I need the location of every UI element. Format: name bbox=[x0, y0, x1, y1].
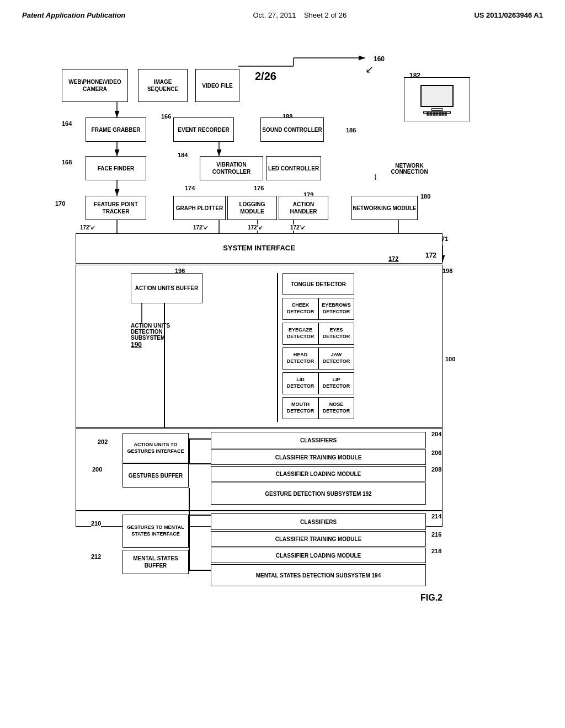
box-system-interface: SYSTEM INTERFACE 172 bbox=[76, 233, 443, 264]
label-100: 100 bbox=[445, 356, 455, 362]
box-web-phone-video: WEB\PHONE\VIDEO CAMERA bbox=[62, 69, 128, 102]
box-gesture-detection: GESTURE DETECTION SUBSYSTEM 192 bbox=[211, 483, 426, 505]
box-mental-states-detection: MENTAL STATES DETECTION SUBSYSTEM 194 bbox=[211, 564, 426, 586]
label-200: 200 bbox=[92, 466, 102, 473]
label-166: 166 bbox=[161, 113, 171, 120]
label-206: 206 bbox=[431, 449, 441, 456]
box-classifiers-top: CLASSIFIERS bbox=[211, 432, 426, 448]
connector-left-vertical bbox=[164, 303, 165, 427]
label-174: 174 bbox=[185, 185, 195, 191]
label-168: 168 bbox=[62, 159, 72, 165]
box-cheek-detector: CHEEK DETECTOR bbox=[282, 298, 318, 320]
label-172c: 172'↙ bbox=[248, 224, 263, 231]
label-186: 186 bbox=[346, 127, 356, 133]
box-vibration-controller: VIBRATION CONTROLLER bbox=[200, 156, 263, 180]
label-218: 218 bbox=[431, 548, 441, 554]
label-214: 214 bbox=[431, 513, 441, 520]
box-event-recorder: EVENT RECORDER bbox=[173, 117, 234, 142]
fig-label: FIG.2 bbox=[420, 593, 443, 603]
label-216: 216 bbox=[431, 531, 441, 538]
label-170: 170 bbox=[55, 200, 65, 207]
box-eyebrows-detector: EYEBROWS DETECTOR bbox=[318, 298, 354, 320]
header-date-sheet: Oct. 27, 2011 Sheet 2 of 26 bbox=[253, 11, 347, 19]
box-video-file: VIDEO FILE bbox=[195, 69, 239, 102]
box-head-detector: HEAD DETECTOR bbox=[282, 347, 318, 370]
label-164: 164 bbox=[62, 120, 72, 127]
connect-gesture-h1 bbox=[189, 463, 211, 464]
connect-mental-v bbox=[189, 488, 190, 570]
connect-mental-h1 bbox=[189, 515, 211, 516]
box-face-finder: FACE FINDER bbox=[86, 156, 146, 180]
label-172a: 172'↙ bbox=[80, 224, 95, 231]
label-172b: 172'↙ bbox=[193, 224, 208, 231]
label-network-connection: NETWORKCONNECTION bbox=[382, 163, 437, 175]
box-tongue-detector: TONGUE DETECTOR bbox=[282, 273, 354, 295]
connect-gesture-h2 bbox=[189, 438, 211, 440]
box-feature-point-tracker: FEATURE POINT TRACKER bbox=[86, 196, 146, 220]
box-gestures-to-mental: GESTURES TO MENTAL STATES INTERFACE bbox=[122, 515, 189, 548]
box-led-controller: LED CONTROLLER bbox=[266, 156, 321, 180]
label-204: 204 bbox=[431, 431, 441, 437]
box-graph-plotter: GRAPH PLOTTER bbox=[173, 196, 226, 220]
label-172d: 172'↙ bbox=[290, 224, 305, 231]
divider-top bbox=[76, 427, 443, 429]
box-action-units-buffer: ACTION UNITS BUFFER bbox=[131, 273, 202, 303]
box-nose-detector: NOSE DETECTOR bbox=[318, 397, 354, 419]
label-160: 160 bbox=[374, 55, 385, 63]
box-logging-module: LOGGING MODULE bbox=[227, 196, 277, 220]
box-classifier-loading-bottom: CLASSIFIER LOADING MODULE bbox=[211, 548, 426, 563]
box-mouth-detector: MOUTH DETECTOR bbox=[282, 397, 318, 419]
label-184: 184 bbox=[178, 152, 188, 158]
label-sheet: 2/26 bbox=[255, 70, 276, 83]
box-image-sequence: IMAGESEQUENCE bbox=[138, 69, 188, 102]
connect-gesture-v1 bbox=[189, 438, 190, 464]
label-208: 208 bbox=[431, 466, 441, 473]
header-publication: Patent Application Publication bbox=[22, 11, 125, 19]
connector-horizontal bbox=[164, 427, 211, 429]
label-180: 180 bbox=[420, 193, 430, 200]
box-lid-detector: LID DETECTOR bbox=[282, 372, 318, 394]
box-frame-grabber: FRAME GRABBER bbox=[86, 117, 146, 142]
box-networking-module: NETWORKING MODULE bbox=[351, 196, 418, 220]
box-eyes-detector: EYES DETECTOR bbox=[318, 323, 354, 345]
box-action-handler: ACTION HANDLER bbox=[279, 196, 328, 220]
box-computer: ▓▓▓▓▓▓▓ bbox=[404, 77, 470, 121]
header-patent-number: US 2011/0263946 A1 bbox=[474, 11, 543, 19]
box-sound-controller: SOUND CONTROLLER bbox=[260, 117, 324, 142]
box-gestures-buffer: GESTURES BUFFER bbox=[122, 463, 189, 488]
label-198: 198 bbox=[443, 267, 452, 274]
box-mental-states-buffer: MENTAL STATES BUFFER bbox=[122, 550, 189, 574]
box-lip-detector: LIP DETECTOR bbox=[318, 372, 354, 394]
box-eyegaze-detector: EYEGAZE DETECTOR bbox=[282, 323, 318, 345]
label-176: 176 bbox=[254, 185, 264, 191]
box-jaw-detector: JAW DETECTOR bbox=[318, 347, 354, 370]
patent-diagram: WEB\PHONE\VIDEO CAMERA IMAGESEQUENCE VID… bbox=[45, 36, 542, 687]
box-classifier-training-bottom: CLASSIFIER TRAINING MODULE bbox=[211, 531, 426, 547]
label-212: 212 bbox=[91, 553, 101, 560]
connect-mental-h2 bbox=[189, 570, 211, 571]
label-210: 210 bbox=[91, 520, 101, 527]
box-classifier-loading-top: CLASSIFIER LOADING MODULE bbox=[211, 466, 426, 481]
divider-bottom bbox=[76, 510, 443, 511]
box-classifiers-bottom: CLASSIFIERS bbox=[211, 513, 426, 530]
box-classifier-training-top: CLASSIFIER TRAINING MODULE bbox=[211, 449, 426, 465]
label-202: 202 bbox=[98, 438, 108, 445]
page-header: Patent Application Publication Oct. 27, … bbox=[22, 11, 543, 19]
detector-left-line bbox=[277, 273, 278, 422]
box-action-units-to-gestures: ACTION UNITS TO GESTURES INTERFACE bbox=[122, 433, 189, 463]
